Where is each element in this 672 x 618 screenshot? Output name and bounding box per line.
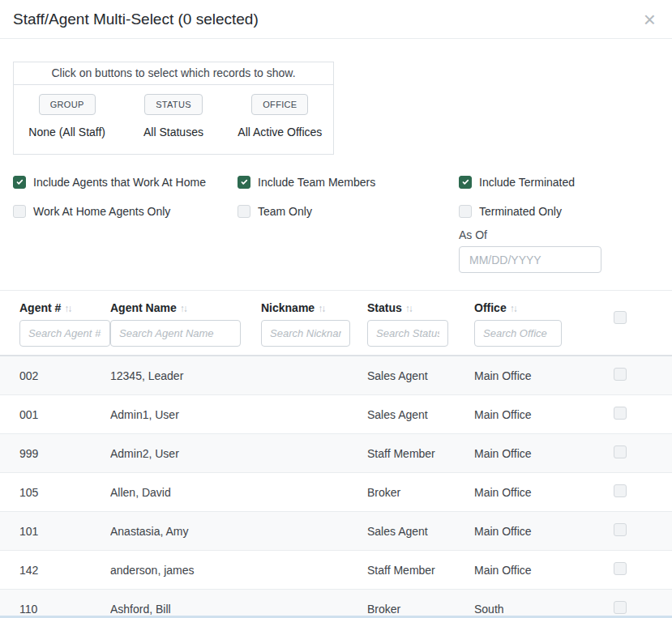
search-input-status[interactable] bbox=[367, 320, 448, 347]
record-filter-panel: Click on buttons to select which records… bbox=[13, 62, 334, 155]
group-selection-label: None (All Staff) bbox=[14, 126, 120, 139]
checkbox-filters: Include Agents that Work At HomeWork At … bbox=[13, 175, 659, 218]
agent-name-cell: Allen, David bbox=[110, 486, 261, 499]
as-of-date-input[interactable] bbox=[459, 246, 601, 273]
group-button[interactable]: GROUP bbox=[39, 94, 96, 115]
filter-checkbox-include-agents-that-work-at-home[interactable]: Include Agents that Work At Home bbox=[13, 175, 238, 189]
column-status: Status↑↓ bbox=[367, 301, 474, 347]
close-icon[interactable]: × bbox=[640, 9, 659, 30]
sort-icon: ↑↓ bbox=[318, 303, 324, 314]
sort-icon: ↑↓ bbox=[64, 303, 71, 314]
table-row[interactable]: 999Admin2, UserStaff MemberMain Office bbox=[0, 434, 672, 473]
agent-number-cell: 001 bbox=[0, 408, 110, 421]
checkbox-filter-column: Include Agents that Work At HomeWork At … bbox=[13, 175, 238, 218]
row-checkbox[interactable] bbox=[614, 523, 627, 536]
checkbox-filter-column: Include TerminatedTerminated Only bbox=[459, 175, 659, 218]
modal-header: Staff/Agent Multi-Select (0 selected) × bbox=[0, 0, 672, 39]
checkbox-include-terminated[interactable] bbox=[459, 176, 472, 189]
agent-number-cell: 105 bbox=[0, 486, 110, 499]
row-select-cell bbox=[597, 368, 672, 383]
filter-checkbox-work-at-home-agents-only[interactable]: Work At Home Agents Only bbox=[13, 204, 238, 218]
row-checkbox[interactable] bbox=[614, 445, 627, 458]
table-row[interactable]: 001Admin1, UserSales AgentMain Office bbox=[0, 395, 672, 434]
modal-title: Staff/Agent Multi-Select (0 selected) bbox=[13, 11, 259, 28]
filter-col-office: OFFICEAll Active Offices bbox=[227, 94, 333, 139]
filter-buttons-row: GROUPNone (All Staff)STATUSAll StatusesO… bbox=[14, 85, 333, 154]
agent-number-cell: 002 bbox=[0, 369, 110, 382]
agent-number-cell: 101 bbox=[0, 525, 110, 538]
status-selection-label: All Statuses bbox=[120, 126, 226, 139]
modal-body: Click on buttons to select which records… bbox=[0, 62, 672, 273]
checkbox-include-team-members[interactable] bbox=[238, 176, 250, 189]
column-header-agent-name[interactable]: Agent Name↑↓ bbox=[110, 301, 261, 314]
filter-checkbox-terminated-only[interactable]: Terminated Only bbox=[459, 204, 659, 218]
table-row[interactable]: 101Anastasia, AmySales AgentMain Office bbox=[0, 512, 672, 551]
row-checkbox[interactable] bbox=[614, 601, 627, 614]
filter-checkbox-team-only[interactable]: Team Only bbox=[238, 204, 459, 218]
office-cell: South bbox=[474, 603, 597, 616]
office-cell: Main Office bbox=[474, 564, 597, 577]
status-cell: Broker bbox=[367, 486, 474, 499]
status-cell: Staff Member bbox=[367, 564, 474, 577]
table-row[interactable]: 105Allen, DavidBrokerMain Office bbox=[0, 473, 672, 512]
column-header-agent-num[interactable]: Agent #↑↓ bbox=[19, 301, 110, 314]
table-row[interactable]: 00212345, LeaderSales AgentMain Office bbox=[0, 356, 672, 395]
status-cell: Sales Agent bbox=[367, 369, 474, 382]
sort-icon: ↑↓ bbox=[180, 303, 186, 314]
row-checkbox[interactable] bbox=[614, 484, 627, 497]
column-agent-num: Agent #↑↓ bbox=[0, 301, 110, 347]
office-cell: Main Office bbox=[474, 447, 597, 460]
column-header-nickname[interactable]: Nickname↑↓ bbox=[261, 301, 367, 314]
column-header-status[interactable]: Status↑↓ bbox=[367, 301, 474, 314]
office-selection-label: All Active Offices bbox=[227, 126, 333, 139]
checkbox-label-include-agents-that-work-at-home: Include Agents that Work At Home bbox=[33, 176, 206, 189]
row-checkbox[interactable] bbox=[614, 562, 627, 575]
row-select-cell bbox=[597, 407, 672, 422]
filter-checkbox-include-team-members[interactable]: Include Team Members bbox=[238, 175, 459, 189]
column-nickname: Nickname↑↓ bbox=[261, 301, 367, 347]
checkbox-label-terminated-only: Terminated Only bbox=[479, 205, 562, 218]
staff-agent-multiselect-modal: Staff/Agent Multi-Select (0 selected) × … bbox=[0, 0, 672, 618]
checkbox-work-at-home-agents-only[interactable] bbox=[13, 205, 26, 218]
as-of-field: As Of bbox=[459, 228, 601, 273]
agent-name-cell: Ashford, Bill bbox=[110, 603, 261, 616]
checkbox-include-agents-that-work-at-home[interactable] bbox=[13, 176, 26, 189]
column-header-office[interactable]: Office↑↓ bbox=[474, 301, 597, 314]
agent-number-cell: 142 bbox=[0, 564, 110, 577]
row-select-cell bbox=[597, 601, 672, 616]
table-row[interactable]: 142anderson, jamesStaff MemberMain Offic… bbox=[0, 551, 672, 590]
row-select-cell bbox=[597, 562, 672, 578]
office-cell: Main Office bbox=[474, 369, 597, 382]
office-button[interactable]: OFFICE bbox=[251, 94, 308, 115]
filter-checkbox-include-terminated[interactable]: Include Terminated bbox=[459, 175, 659, 189]
office-cell: Main Office bbox=[474, 525, 597, 538]
agent-name-cell: anderson, james bbox=[110, 564, 261, 577]
row-select-cell bbox=[597, 445, 672, 461]
checkbox-team-only[interactable] bbox=[238, 205, 250, 218]
filter-panel-instruction: Click on buttons to select which records… bbox=[14, 62, 333, 85]
column-select bbox=[597, 301, 672, 347]
checkbox-label-work-at-home-agents-only: Work At Home Agents Only bbox=[33, 205, 170, 218]
row-checkbox[interactable] bbox=[614, 407, 627, 420]
search-input-office[interactable] bbox=[474, 320, 562, 347]
sort-icon: ↑↓ bbox=[405, 303, 412, 314]
checkbox-terminated-only[interactable] bbox=[459, 205, 472, 218]
row-checkbox[interactable] bbox=[614, 368, 627, 381]
search-input-agent-num[interactable] bbox=[19, 320, 110, 347]
agent-name-cell: Anastasia, Amy bbox=[110, 525, 261, 538]
status-button[interactable]: STATUS bbox=[144, 94, 203, 115]
column-agent-name: Agent Name↑↓ bbox=[110, 301, 261, 347]
select-all-checkbox[interactable] bbox=[614, 311, 627, 324]
as-of-label: As Of bbox=[459, 228, 601, 241]
agent-number-cell: 110 bbox=[0, 603, 110, 616]
search-input-agent-name[interactable] bbox=[110, 320, 241, 347]
filter-col-group: GROUPNone (All Staff) bbox=[14, 94, 120, 139]
table-header: Agent #↑↓Agent Name↑↓Nickname↑↓Status↑↓O… bbox=[0, 291, 672, 356]
table-row[interactable]: 110Ashford, BillBrokerSouth bbox=[0, 590, 672, 618]
checkbox-label-team-only: Team Only bbox=[258, 205, 312, 218]
search-input-nickname[interactable] bbox=[261, 320, 350, 347]
status-cell: Broker bbox=[367, 603, 474, 616]
filter-col-status: STATUSAll Statuses bbox=[120, 94, 226, 139]
status-cell: Sales Agent bbox=[367, 525, 474, 538]
status-cell: Staff Member bbox=[367, 447, 474, 460]
